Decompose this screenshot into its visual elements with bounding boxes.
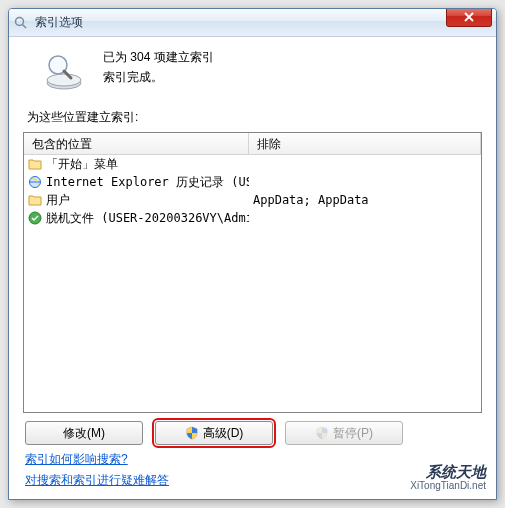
- list-header: 包含的位置 排除: [24, 133, 481, 155]
- column-header-exclude[interactable]: 排除: [249, 133, 481, 154]
- button-row: 修改(M) 高级(D): [23, 421, 482, 445]
- list-item[interactable]: Internet Explorer 历史记录 (USE...: [24, 173, 481, 191]
- list-item[interactable]: 脱机文件 (USER-20200326VY\Admin...: [24, 209, 481, 227]
- ie-icon: [28, 175, 42, 189]
- locations-list: 包含的位置 排除 「开始」菜单: [23, 132, 482, 413]
- list-body: 「开始」菜单 Internet Explorer 历史记录 (USE...: [24, 155, 481, 412]
- uac-shield-icon: [315, 426, 329, 440]
- help-link-search[interactable]: 索引如何影响搜索?: [25, 451, 128, 468]
- window-title: 索引选项: [35, 14, 83, 31]
- button-label: 高级(D): [203, 425, 244, 442]
- locations-label: 为这些位置建立索引:: [27, 109, 482, 126]
- button-label: 暂停(P): [333, 425, 373, 442]
- folder-icon: [28, 157, 42, 171]
- column-header-location[interactable]: 包含的位置: [24, 133, 249, 154]
- pause-button: 暂停(P): [285, 421, 403, 445]
- help-link-troubleshoot[interactable]: 对搜索和索引进行疑难解答: [25, 472, 169, 489]
- uac-shield-icon: [185, 426, 199, 440]
- svg-point-0: [16, 17, 24, 25]
- status-row: 已为 304 项建立索引 索引完成。: [23, 47, 482, 91]
- status-line-complete: 索引完成。: [103, 67, 214, 87]
- drive-search-icon: [43, 49, 85, 91]
- status-line-count: 已为 304 项建立索引: [103, 47, 214, 67]
- search-icon: [13, 15, 29, 31]
- button-label: 修改(M): [63, 425, 105, 442]
- list-item-label: 「开始」菜单: [46, 156, 118, 173]
- advanced-button[interactable]: 高级(D): [155, 421, 273, 445]
- offline-files-icon: [28, 211, 42, 225]
- dialog-content: 已为 304 项建立索引 索引完成。 为这些位置建立索引: 包含的位置 排除 「…: [9, 37, 496, 499]
- list-item-label: 用户: [46, 192, 70, 209]
- close-button[interactable]: [446, 8, 492, 27]
- list-item[interactable]: 用户 AppData; AppData: [24, 191, 481, 209]
- titlebar: 索引选项: [9, 9, 496, 37]
- status-text: 已为 304 项建立索引 索引完成。: [103, 47, 214, 87]
- folder-icon: [28, 193, 42, 207]
- list-item-exclude: AppData; AppData: [249, 193, 481, 207]
- dialog-window: 索引选项 已为 304 项建立索引 索引完成。 为这些位置: [8, 8, 497, 500]
- svg-line-1: [23, 24, 27, 28]
- list-item-label: 脱机文件 (USER-20200326VY\Admin...: [46, 210, 249, 227]
- modify-button[interactable]: 修改(M): [25, 421, 143, 445]
- list-item[interactable]: 「开始」菜单: [24, 155, 481, 173]
- list-item-label: Internet Explorer 历史记录 (USE...: [46, 174, 249, 191]
- help-links: 索引如何影响搜索? 对搜索和索引进行疑难解答: [23, 451, 482, 489]
- svg-point-5: [47, 74, 81, 86]
